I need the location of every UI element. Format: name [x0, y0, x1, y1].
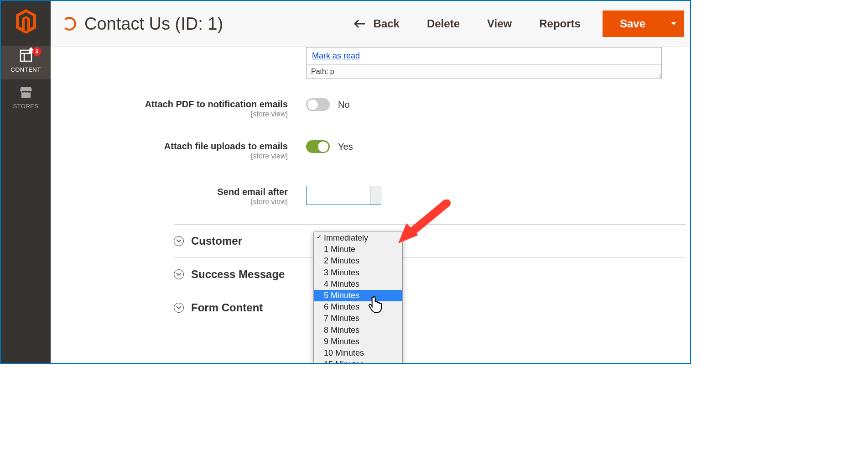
nav-label: CONTENT: [1, 66, 51, 73]
dropdown-option[interactable]: 4 Minutes: [314, 278, 402, 290]
section-title: Success Message: [191, 268, 285, 281]
attach-pdf-label: Attach PDF to notification emails: [119, 98, 288, 110]
dropdown-option[interactable]: 9 Minutes: [314, 336, 402, 347]
magento-logo[interactable]: [15, 1, 37, 46]
send-email-after-label: Send email after: [119, 186, 288, 198]
reports-button[interactable]: Reports: [539, 17, 581, 30]
delete-button[interactable]: Delete: [427, 17, 460, 30]
attach-files-toggle[interactable]: [306, 140, 330, 153]
caret-down-icon: [670, 21, 677, 27]
page-header: Contact Us (ID: 1) Back Delete View Repo…: [51, 1, 690, 47]
toggle-value: Yes: [338, 142, 353, 152]
chevron-down-icon: [174, 303, 184, 313]
back-button[interactable]: Back: [353, 17, 400, 30]
editor-path: Path: p: [307, 64, 661, 79]
scope-label: [store view]: [119, 152, 288, 160]
admin-sidebar: 3 CONTENT STORES: [1, 1, 51, 363]
content-icon: [20, 57, 32, 63]
page-title: Contact Us (ID: 1): [84, 14, 223, 34]
dropdown-option[interactable]: 5 Minutes: [314, 290, 402, 301]
dropdown-option[interactable]: 6 Minutes: [314, 301, 402, 313]
dropdown-option[interactable]: 15 Minutes: [314, 359, 402, 363]
nav-stores[interactable]: STORES: [1, 79, 51, 116]
scope-label: [store view]: [119, 198, 288, 206]
arrow-left-icon: [353, 19, 365, 28]
section-title: Form Content: [191, 301, 263, 314]
loading-spinner-icon: [62, 17, 76, 31]
resize-handle-icon[interactable]: [655, 72, 661, 79]
collapsible-section[interactable]: Success Message: [174, 257, 686, 291]
dropdown-option[interactable]: 7 Minutes: [314, 313, 402, 324]
save-dropdown-toggle[interactable]: [663, 11, 684, 37]
attach-pdf-toggle[interactable]: [306, 98, 330, 111]
dropdown-option[interactable]: 10 Minutes: [314, 347, 402, 359]
dropdown-option[interactable]: 1 Minute: [314, 244, 402, 255]
dropdown-option[interactable]: Immediately: [314, 232, 402, 244]
dropdown-option[interactable]: 8 Minutes: [314, 325, 402, 336]
dropdown-option[interactable]: 3 Minutes: [314, 267, 402, 278]
section-title: Customer: [191, 235, 242, 247]
collapsible-section[interactable]: Customer: [174, 224, 686, 257]
save-button[interactable]: Save: [603, 11, 663, 37]
scope-label: [store view]: [119, 110, 288, 118]
mark-as-read-link[interactable]: Mark as read: [312, 51, 360, 60]
nav-label: STORES: [1, 103, 51, 110]
wysiwyg-editor[interactable]: Mark as read Path: p: [306, 47, 662, 79]
dropdown-option[interactable]: 2 Minutes: [314, 255, 402, 267]
nav-content[interactable]: 3 CONTENT: [1, 46, 51, 79]
view-button[interactable]: View: [487, 17, 512, 30]
toggle-value: No: [338, 100, 350, 110]
collapsible-section[interactable]: Form Content: [174, 291, 686, 324]
notification-indicator[interactable]: 3: [27, 47, 42, 56]
stores-icon: [20, 94, 32, 100]
chevron-down-icon: [174, 236, 184, 246]
chevron-down-icon: [174, 269, 184, 279]
notification-badge: 3: [32, 47, 42, 56]
send-email-after-select[interactable]: [306, 186, 381, 205]
attach-files-label: Attach file uploads to emails: [119, 140, 288, 152]
send-email-after-dropdown[interactable]: Immediately1 Minute2 Minutes3 Minutes4 M…: [313, 231, 403, 363]
